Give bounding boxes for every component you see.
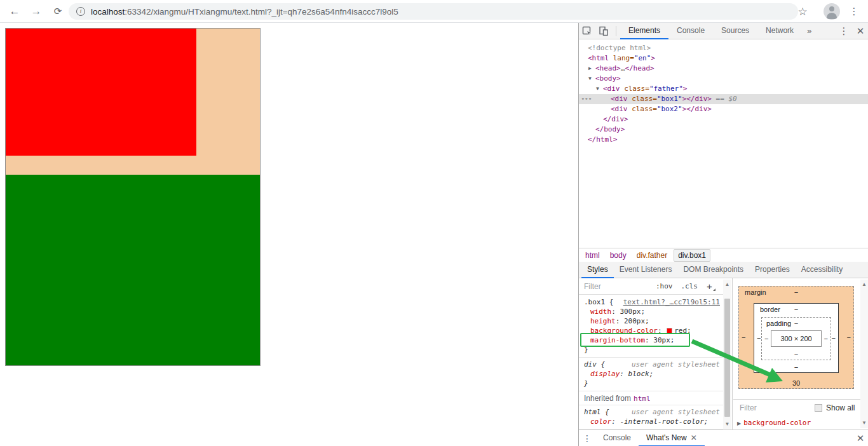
show-all-label: Show all — [826, 403, 855, 412]
padding-bottom-value[interactable]: − — [794, 351, 798, 358]
border-left-value[interactable]: − — [757, 334, 761, 342]
scroll-up-icon[interactable]: ▲ — [860, 281, 868, 288]
tree-row[interactable]: <!doctype html> — [579, 43, 868, 53]
tab-accessibility[interactable]: Accessibility — [796, 262, 848, 278]
tree-row[interactable]: ▶<head>…</head> — [579, 64, 868, 74]
collapse-arrow-icon[interactable]: ▼ — [596, 84, 603, 94]
breadcrumb-item-div-box1[interactable]: div.box1 — [674, 249, 710, 262]
tree-row[interactable]: ▼<body> — [579, 74, 868, 84]
drawer-menu-icon[interactable]: ⋮ — [579, 433, 595, 443]
css-property-name[interactable]: margin-bottom — [590, 336, 645, 344]
scroll-up-icon[interactable]: ▲ — [723, 281, 731, 288]
drawer-tab-what-s-new[interactable]: What's New✕ — [639, 430, 705, 446]
avatar[interactable] — [824, 3, 840, 20]
sidebar-scrollbar[interactable]: ▲ ▼ — [860, 280, 868, 428]
scrollbar-thumb[interactable] — [724, 299, 730, 417]
css-declaration[interactable]: color: -internal-root-color; — [579, 417, 723, 426]
margin-bottom-value[interactable]: 30 — [792, 379, 800, 387]
tree-row[interactable]: <div class="box2"></div> — [579, 104, 868, 114]
more-panels-icon[interactable]: » — [802, 26, 817, 36]
browser-menu-icon[interactable]: ⋮ — [846, 0, 862, 23]
drawer-close-icon[interactable]: ✕ — [852, 430, 868, 446]
tab-dom-breakpoints[interactable]: DOM Breakpoints — [677, 262, 749, 278]
tree-row[interactable]: </html> — [579, 135, 868, 145]
collapse-arrow-icon[interactable]: ▼ — [588, 74, 595, 84]
expand-arrow-icon[interactable]: ▶ — [588, 64, 595, 74]
tab-sources[interactable]: Sources — [713, 23, 757, 39]
breadcrumb-item-body[interactable]: body — [606, 250, 630, 261]
tab-styles[interactable]: Styles — [581, 262, 614, 278]
url-text[interactable]: localhost:63342/xiangmu/HTxiangmu/text.h… — [91, 7, 398, 17]
border-bottom-value[interactable]: − — [794, 363, 798, 371]
margin-top-value[interactable]: − — [794, 288, 798, 296]
computed-property-row[interactable]: ▶background-color — [737, 417, 811, 428]
address-bar[interactable]: i localhost:63342/xiangmu/HTxiangmu/text… — [69, 3, 798, 20]
code-segment: == $0 — [712, 95, 737, 103]
box-model-padding[interactable]: padding − − − − 300 × 200 — [761, 317, 831, 360]
box-model-margin[interactable]: margin − − − 30 border − − − − padding −… — [738, 286, 854, 389]
breadcrumb-item-html[interactable]: html — [581, 250, 604, 261]
show-all-checkbox[interactable] — [815, 404, 822, 412]
scroll-down-icon[interactable]: ▼ — [723, 421, 731, 428]
reload-icon[interactable]: ⟳ — [48, 0, 67, 23]
code-segment: ></div> — [682, 105, 712, 113]
css-property-value[interactable]: -internal-root-color; — [620, 417, 708, 426]
rule-selector[interactable]: html { — [584, 408, 609, 416]
tab-event-listeners[interactable]: Event Listeners — [614, 262, 678, 278]
padding-right-value[interactable]: − — [824, 335, 828, 342]
devtools-menu-icon[interactable]: ⋮ — [836, 23, 852, 39]
css-property-value[interactable]: 30px; — [653, 336, 674, 344]
css-declaration[interactable]: height: 200px; — [579, 316, 723, 326]
box-model-border[interactable]: border − − − − padding − − − − 300 × 200 — [754, 303, 839, 373]
tree-row[interactable]: ▼<div class="father"> — [579, 84, 868, 94]
rule-selector[interactable]: div { — [584, 360, 605, 368]
box-model-content[interactable]: 300 × 200 — [771, 330, 822, 347]
class-toggle[interactable]: .cls — [681, 282, 698, 290]
bookmark-star-icon[interactable]: ☆ — [793, 0, 812, 23]
pseudo-state-toggle[interactable]: :hov — [656, 282, 673, 290]
margin-right-value[interactable]: − — [847, 334, 851, 341]
css-property-value[interactable]: 300px; — [620, 307, 645, 316]
back-icon[interactable]: ← — [5, 0, 24, 23]
tab-network[interactable]: Network — [757, 23, 802, 39]
breadcrumb-item-div-father[interactable]: div.father — [633, 250, 671, 261]
border-right-value[interactable]: − — [832, 334, 836, 342]
padding-left-value[interactable]: − — [764, 335, 768, 342]
tree-row[interactable]: <html lang="en"> — [579, 53, 868, 64]
tree-row[interactable]: </body> — [579, 125, 868, 135]
styles-filter-input[interactable] — [584, 282, 648, 291]
css-declaration[interactable]: margin-bottom: 30px; — [579, 335, 723, 345]
expand-triangle-icon[interactable]: ▶ — [737, 421, 741, 426]
rule-selector[interactable]: .box1 { — [584, 298, 613, 306]
tab-properties[interactable]: Properties — [749, 262, 796, 278]
scroll-down-icon[interactable]: ▼ — [860, 419, 868, 427]
css-property-name[interactable]: height — [590, 317, 616, 325]
inherited-node[interactable]: html — [634, 395, 651, 403]
border-top-value[interactable]: − — [794, 306, 798, 313]
tab-close-icon[interactable]: ✕ — [691, 433, 697, 442]
code-segment: <!doctype html> — [588, 44, 651, 52]
css-property-name[interactable]: display — [590, 370, 620, 378]
inspect-element-icon[interactable] — [579, 23, 595, 39]
styles-scrollbar[interactable]: ▲ ▼ — [723, 280, 731, 429]
forward-icon[interactable]: → — [27, 0, 46, 23]
page-info-icon[interactable]: i — [76, 7, 85, 16]
padding-top-value[interactable]: − — [794, 320, 798, 327]
drawer-tab-console[interactable]: Console — [595, 430, 639, 446]
tab-elements[interactable]: Elements — [620, 23, 668, 39]
css-property-name[interactable]: width — [590, 307, 611, 316]
devtools-close-icon[interactable]: ✕ — [852, 23, 868, 39]
tab-console[interactable]: Console — [668, 23, 713, 39]
css-declaration[interactable]: display: block; — [579, 369, 723, 379]
css-property-name[interactable]: color — [590, 417, 611, 426]
margin-left-value[interactable]: − — [742, 334, 745, 341]
tree-row[interactable]: </div> — [579, 114, 868, 125]
css-property-value[interactable]: 200px; — [624, 317, 649, 325]
new-style-rule-button[interactable]: + — [707, 281, 712, 292]
stylesheet-source-link[interactable]: text.html?_…cc7l9ol5:11 — [623, 297, 720, 307]
css-declaration[interactable]: width: 300px; — [579, 307, 723, 316]
computed-filter-input[interactable] — [740, 403, 797, 412]
device-toolbar-icon[interactable] — [595, 23, 612, 39]
tree-row[interactable]: •••<div class="box1"></div> == $0 — [579, 94, 868, 104]
css-property-value[interactable]: block; — [628, 370, 654, 378]
